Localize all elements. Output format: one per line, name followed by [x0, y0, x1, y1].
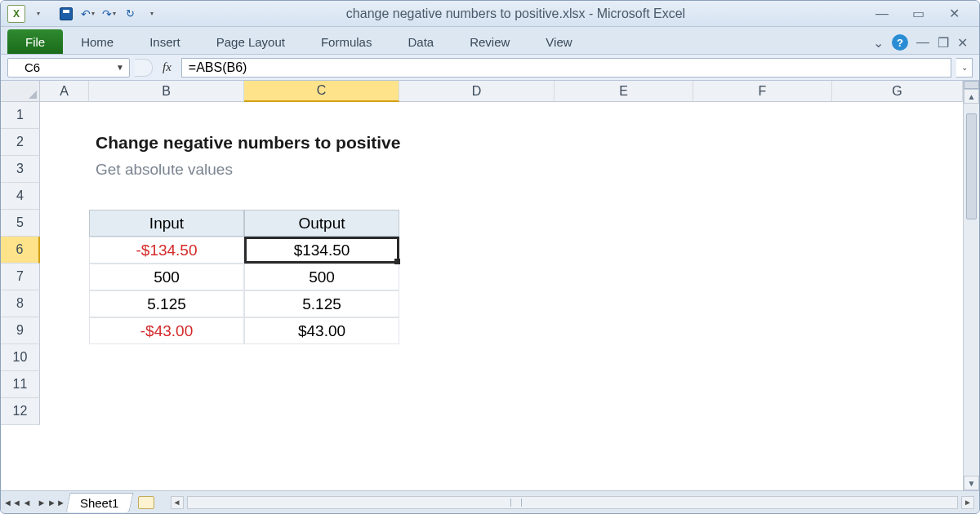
vscroll-thumb[interactable]: [966, 113, 977, 219]
hscroll-track[interactable]: [187, 496, 958, 509]
subtitle-cell[interactable]: Get absolute values: [89, 156, 497, 183]
ribbon-expand-icon[interactable]: ⌄: [873, 35, 884, 51]
doc-close-button[interactable]: ✕: [957, 35, 968, 51]
minimize-button[interactable]: —: [871, 7, 893, 21]
redo-button[interactable]: ↷▾: [100, 5, 118, 23]
tab-formulas[interactable]: Formulas: [303, 29, 390, 54]
sheet-nav-first[interactable]: ◄◄: [6, 496, 19, 509]
undo-icon: ↶: [81, 7, 91, 20]
new-sheet-button[interactable]: [138, 496, 154, 509]
row-headers: 123456789101112: [1, 102, 40, 490]
scroll-up-button[interactable]: ▲: [964, 89, 979, 104]
tab-review[interactable]: Review: [452, 29, 528, 54]
name-box-dropdown-icon[interactable]: ▼: [116, 63, 124, 72]
hscroll-left[interactable]: ◄: [171, 496, 184, 509]
sheet-nav-buttons: ◄◄ ◄ ► ►►: [6, 496, 63, 509]
column-header-D[interactable]: D: [399, 81, 555, 102]
ribbon-tabs: File HomeInsertPage LayoutFormulasDataRe…: [1, 27, 979, 55]
doc-minimize-button[interactable]: —: [916, 35, 929, 50]
cell-output-row9[interactable]: $43.00: [244, 317, 399, 344]
row-header-7[interactable]: 7: [1, 264, 40, 290]
sheet-tab-bar: ◄◄ ◄ ► ►► Sheet1 ◄ ►: [1, 490, 979, 513]
help-icon[interactable]: ?: [892, 34, 908, 51]
row-header-10[interactable]: 10: [1, 344, 40, 371]
name-box-value: C6: [24, 60, 40, 74]
cell-output-row7[interactable]: 500: [244, 264, 399, 290]
save-icon: [60, 7, 73, 20]
sheet-nav-next[interactable]: ►: [35, 496, 48, 509]
cell-input-row9[interactable]: -$43.00: [89, 317, 244, 344]
redo-icon: ↷: [102, 7, 112, 20]
cell-output-row6[interactable]: $134.50: [244, 237, 399, 264]
close-button[interactable]: ✕: [943, 7, 964, 21]
column-headers: ABCDEFG: [40, 81, 963, 102]
tab-view[interactable]: View: [528, 29, 590, 54]
worksheet-area: ABCDEFG 123456789101112 Change negative …: [1, 81, 979, 490]
formula-text: =ABS(B6): [189, 60, 247, 75]
row-header-6[interactable]: 6: [1, 237, 40, 264]
refresh-icon: ↻: [126, 7, 135, 20]
vertical-scrollbar[interactable]: ▲ ▼: [963, 81, 979, 490]
formula-bar-expand[interactable]: ⌄: [956, 58, 973, 78]
column-header-B[interactable]: B: [89, 81, 244, 102]
sheet-tab-active[interactable]: Sheet1: [65, 493, 133, 512]
column-header-C[interactable]: C: [244, 81, 399, 102]
row-header-8[interactable]: 8: [1, 290, 40, 317]
tab-data[interactable]: Data: [390, 29, 452, 54]
horizontal-scrollbar[interactable]: ◄ ►: [171, 496, 974, 509]
split-box-top[interactable]: [964, 81, 979, 89]
cell-input-row8[interactable]: 5.125: [89, 290, 244, 317]
cell-output-row8[interactable]: 5.125: [244, 290, 399, 317]
excel-logo-icon[interactable]: X: [7, 5, 25, 23]
file-tab[interactable]: File: [7, 29, 63, 54]
row-header-3[interactable]: 3: [1, 156, 40, 183]
row-header-9[interactable]: 9: [1, 317, 40, 344]
cell-input-row7[interactable]: 500: [89, 264, 244, 290]
select-all-corner[interactable]: [1, 81, 40, 102]
hscroll-right[interactable]: ►: [961, 496, 974, 509]
qat-customize[interactable]: ▾: [142, 5, 160, 23]
doc-restore-button[interactable]: ❐: [938, 35, 949, 51]
formula-input[interactable]: =ABS(B6): [181, 58, 951, 78]
fx-icon[interactable]: fx: [158, 60, 176, 74]
scroll-down-button[interactable]: ▼: [964, 476, 979, 490]
ribbon-right-controls: ⌄ ? — ❐ ✕: [873, 34, 973, 54]
hscroll-indicator: [510, 498, 522, 507]
tab-home[interactable]: Home: [63, 29, 131, 54]
cancel-formula-button[interactable]: [135, 59, 153, 77]
title-bar: X ▾ ↶▾ ↷▾ ↻ ▾ change negative numbers to…: [1, 1, 979, 27]
refresh-button[interactable]: ↻: [121, 5, 139, 23]
undo-button[interactable]: ↶▾: [78, 5, 96, 23]
save-button[interactable]: [57, 5, 75, 23]
tab-insert[interactable]: Insert: [131, 29, 198, 54]
tab-page-layout[interactable]: Page Layout: [198, 29, 303, 54]
row-header-2[interactable]: 2: [1, 129, 40, 156]
qat-dropdown[interactable]: ▾: [29, 5, 47, 23]
row-header-1[interactable]: 1: [1, 102, 40, 129]
column-header-E[interactable]: E: [555, 81, 693, 102]
sheet-nav-last[interactable]: ►►: [50, 496, 63, 509]
sheet-nav-prev[interactable]: ◄: [20, 496, 33, 509]
column-header-F[interactable]: F: [693, 81, 832, 102]
quick-access-toolbar: X ▾ ↶▾ ↷▾ ↻ ▾: [7, 5, 160, 23]
column-header-A[interactable]: A: [40, 81, 89, 102]
table-header-input[interactable]: Input: [89, 210, 244, 237]
cells-grid[interactable]: Change negative numbers to positiveGet a…: [40, 102, 963, 490]
name-box[interactable]: C6 ▼: [7, 58, 130, 78]
table-header-output[interactable]: Output: [244, 210, 399, 237]
cell-input-row6[interactable]: -$134.50: [89, 237, 244, 264]
row-header-5[interactable]: 5: [1, 210, 40, 237]
window-title: change negative numbers to positive.xlsx…: [160, 7, 871, 21]
row-header-4[interactable]: 4: [1, 183, 40, 210]
fill-handle[interactable]: [394, 259, 400, 264]
maximize-button[interactable]: ▭: [907, 7, 929, 21]
column-header-G[interactable]: G: [832, 81, 963, 102]
window-controls: — ▭ ✕: [871, 7, 973, 21]
row-header-12[interactable]: 12: [1, 398, 40, 425]
row-header-11[interactable]: 11: [1, 371, 40, 398]
sheet-tab-label: Sheet1: [80, 496, 119, 510]
formula-bar: C6 ▼ fx =ABS(B6) ⌄: [1, 55, 979, 81]
excel-window: X ▾ ↶▾ ↷▾ ↻ ▾ change negative numbers to…: [0, 0, 980, 514]
title-cell[interactable]: Change negative numbers to positive: [89, 129, 661, 156]
